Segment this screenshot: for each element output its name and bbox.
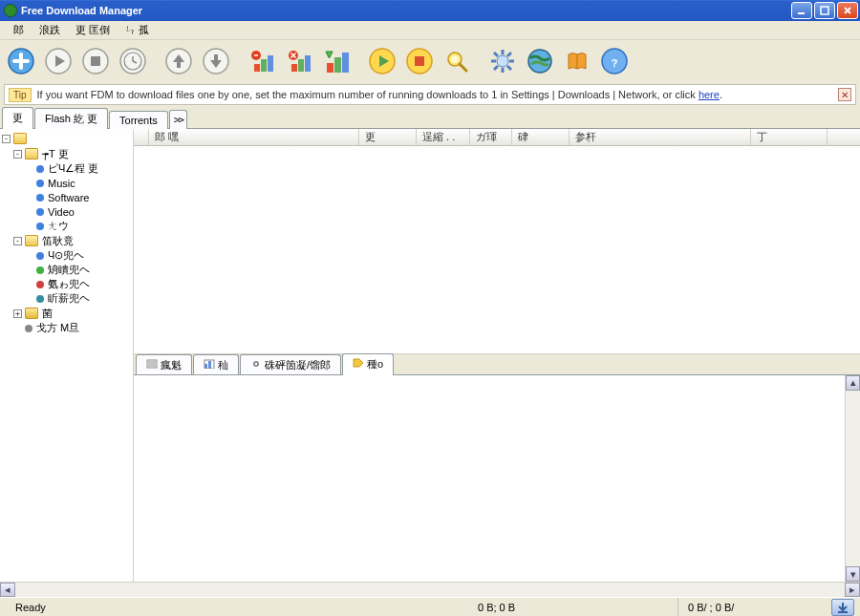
move-down-button[interactable] <box>199 44 233 78</box>
maximize-button[interactable] <box>814 2 835 19</box>
tree-folder[interactable]: -┮Τ 更 <box>0 146 133 161</box>
status-bar: Ready 0 B; 0 B 0 B/ ; 0 B/ <box>0 597 860 616</box>
drop-target-button[interactable] <box>831 599 854 616</box>
tree-label: 菌 <box>42 307 53 321</box>
status-speed: 0 B/ ; 0 B/ <box>678 598 831 616</box>
browser-button[interactable] <box>523 44 557 78</box>
status-dot-icon <box>36 252 44 260</box>
collapse-icon[interactable]: - <box>13 237 22 245</box>
column-header[interactable]: ガ琿 <box>470 129 512 145</box>
tab-downloads[interactable]: 更 <box>2 107 33 129</box>
status-dot-icon <box>36 208 44 216</box>
detail-tab[interactable]: 硃砰箇凝/馏郎 <box>240 354 341 375</box>
detail-tab[interactable]: 秈 <box>193 354 239 375</box>
move-up-button[interactable] <box>161 44 196 78</box>
work-area: --┮Τ 更ピЧ∠程 更MusicSoftwareVideoㄤウ-笛耿竟Ч⊙兜ヘ… <box>0 128 860 582</box>
tab-torrents[interactable]: Torrents <box>109 111 168 129</box>
tree-item[interactable]: 盺薪兜ヘ <box>0 291 133 306</box>
main-pane: 郎 嘿更逞縮 . .ガ琿硉参杆丁 瘋魁秈硃砰箇凝/馏郎種o ▴ ▾ <box>134 129 860 582</box>
tree-label: 氨ゎ兜ヘ <box>48 277 90 291</box>
svg-point-26 <box>497 55 508 67</box>
menu-item[interactable]: ㄣ 孤 <box>118 21 157 39</box>
menu-item[interactable]: 郎 <box>6 21 32 39</box>
delete-all-button[interactable] <box>282 44 316 78</box>
tree-item[interactable]: Ч⊙兜ヘ <box>0 248 133 263</box>
tab-flash[interactable]: Flash 紇 更 <box>34 108 108 129</box>
tree-item[interactable]: Music <box>0 176 133 190</box>
settings-button[interactable] <box>485 44 520 78</box>
tree-folder[interactable]: +菌 <box>0 306 133 321</box>
help-book-button[interactable] <box>560 44 594 78</box>
menu-item[interactable]: 更 匡倒 <box>68 21 118 39</box>
stop-button[interactable] <box>78 44 113 78</box>
scroll-track[interactable] <box>846 391 860 567</box>
scrollbar-vertical[interactable]: ▴ ▾ <box>845 375 860 583</box>
svg-rect-19 <box>334 57 341 73</box>
tab-label: 硃砰箇凝/馏郎 <box>265 359 331 371</box>
app-icon <box>4 4 17 17</box>
tree-item[interactable]: 戈方 М旦 <box>0 321 133 335</box>
start-all-button[interactable] <box>365 44 399 78</box>
schedule-button[interactable] <box>116 44 150 78</box>
status-dot-icon <box>25 325 32 332</box>
column-header[interactable]: 逞縮 . . <box>417 129 470 145</box>
collapse-icon[interactable]: - <box>13 150 22 159</box>
tree-item[interactable]: ピЧ∠程 更 <box>0 161 133 176</box>
tag-icon <box>353 358 364 368</box>
folder-icon <box>13 133 27 144</box>
scroll-left-button[interactable]: ◂ <box>0 583 15 597</box>
svg-point-25 <box>451 55 459 63</box>
add-button[interactable] <box>4 44 38 78</box>
tree-label: Video <box>48 206 75 218</box>
tip-close-button[interactable]: ✕ <box>838 88 851 101</box>
list-header: 郎 嘿更逞縮 . .ガ琿硉参杆丁 <box>134 129 860 146</box>
detail-pane: ▴ ▾ <box>134 374 860 583</box>
column-header[interactable] <box>134 129 149 145</box>
scroll-right-button[interactable]: ▸ <box>845 583 860 597</box>
tree-item[interactable]: 矪瞶兜ヘ <box>0 263 133 277</box>
svg-rect-20 <box>342 53 349 73</box>
tree-item[interactable]: 氨ゎ兜ヘ <box>0 277 133 291</box>
scroll-track[interactable] <box>15 583 845 597</box>
column-header[interactable]: 丁 <box>751 129 828 145</box>
delete-button[interactable] <box>245 44 279 78</box>
find-button[interactable] <box>440 44 474 78</box>
tip-link[interactable]: here <box>699 89 720 100</box>
tree-label: Software <box>48 192 89 203</box>
help-button[interactable]: ? <box>597 44 632 78</box>
tree-item[interactable]: Software <box>0 190 133 204</box>
column-header[interactable]: 参杆 <box>570 129 751 145</box>
column-header[interactable]: 硉 <box>512 129 570 145</box>
tree-folder[interactable]: -笛耿竟 <box>0 233 133 248</box>
close-button[interactable] <box>837 2 858 19</box>
detail-tab[interactable]: 瘋魁 <box>136 354 192 375</box>
tab-more[interactable]: >> <box>169 110 187 129</box>
tree-label: ㄤウ <box>48 219 69 233</box>
detail-tabs: 瘋魁秈硃砰箇凝/馏郎種o <box>134 353 860 374</box>
status-dot-icon <box>36 266 44 274</box>
svg-rect-14 <box>291 64 297 72</box>
collapse-icon[interactable]: - <box>2 135 11 143</box>
start-button[interactable] <box>41 44 75 78</box>
status-dot-icon <box>36 281 44 288</box>
svg-rect-18 <box>327 63 333 73</box>
menu-item[interactable]: 浪跌 <box>32 21 68 39</box>
stop-all-button[interactable] <box>402 44 437 78</box>
scrollbar-horizontal[interactable]: ◂ ▸ <box>0 582 860 597</box>
scroll-up-button[interactable]: ▴ <box>846 375 860 391</box>
properties-button[interactable] <box>319 44 354 78</box>
title-bar: Free Download Manager <box>0 0 860 21</box>
status-dot-icon <box>36 165 44 173</box>
detail-tab[interactable]: 種o <box>342 353 394 375</box>
scroll-down-button[interactable]: ▾ <box>846 566 860 582</box>
column-header[interactable]: 更 <box>359 129 417 145</box>
column-header[interactable]: 郎 嘿 <box>149 129 359 145</box>
expand-icon[interactable]: + <box>13 309 22 318</box>
minimize-button[interactable] <box>791 2 812 19</box>
svg-rect-32 <box>208 361 211 369</box>
tip-text: If you want FDM to download files one by… <box>37 89 722 100</box>
tree-item[interactable]: Video <box>0 204 133 219</box>
download-list[interactable] <box>134 146 860 353</box>
tree-folder[interactable]: - <box>0 131 133 146</box>
tree-item[interactable]: ㄤウ <box>0 219 133 233</box>
